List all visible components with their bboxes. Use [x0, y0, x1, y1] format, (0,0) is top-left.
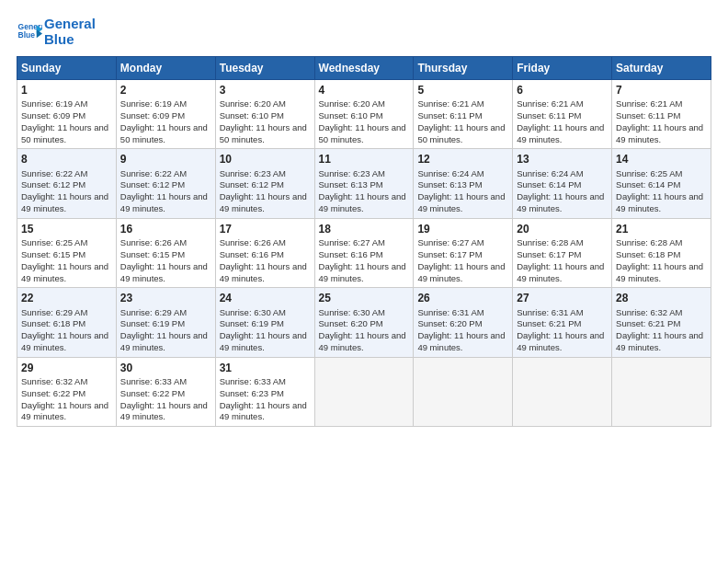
calendar-cell: 31Sunrise: 6:33 AMSunset: 6:23 PMDayligh…: [215, 357, 314, 426]
logo-text: GeneralBlue: [44, 17, 96, 47]
logo: General Blue GeneralBlue: [17, 17, 96, 47]
sunrise-text: Sunrise: 6:25 AM: [21, 237, 87, 247]
sunset-text: Sunset: 6:10 PM: [319, 110, 383, 121]
day-number: 7: [616, 83, 707, 98]
daylight-text: Daylight: 11 hours and 49 minutes.: [517, 261, 604, 283]
day-number: 12: [417, 152, 508, 167]
calendar-cell: 24Sunrise: 6:30 AMSunset: 6:19 PMDayligh…: [215, 288, 314, 357]
sunset-text: Sunset: 6:12 PM: [21, 179, 85, 190]
calendar-header-row: SundayMondayTuesdayWednesdayThursdayFrid…: [17, 57, 711, 80]
daylight-text: Daylight: 11 hours and 49 minutes.: [616, 261, 703, 283]
calendar-cell: 17Sunrise: 6:26 AMSunset: 6:16 PMDayligh…: [215, 218, 314, 287]
daylight-text: Daylight: 11 hours and 49 minutes.: [319, 191, 406, 213]
calendar-cell: 13Sunrise: 6:24 AMSunset: 6:14 PMDayligh…: [513, 149, 612, 218]
calendar-cell: [612, 357, 711, 426]
daylight-text: Daylight: 11 hours and 50 minutes.: [21, 122, 108, 144]
day-number: 1: [21, 83, 112, 98]
calendar-cell: 4Sunrise: 6:20 AMSunset: 6:10 PMDaylight…: [314, 80, 414, 149]
sunrise-text: Sunrise: 6:22 AM: [120, 168, 187, 178]
calendar-cell: 16Sunrise: 6:26 AMSunset: 6:15 PMDayligh…: [116, 218, 215, 287]
sunset-text: Sunset: 6:11 PM: [417, 110, 482, 121]
calendar-cell: 1Sunrise: 6:19 AMSunset: 6:09 PMDaylight…: [17, 80, 117, 149]
col-header-monday: Monday: [116, 57, 215, 80]
calendar-cell: 20Sunrise: 6:28 AMSunset: 6:17 PMDayligh…: [513, 218, 612, 287]
calendar-cell: 25Sunrise: 6:30 AMSunset: 6:20 PMDayligh…: [314, 288, 414, 357]
sunset-text: Sunset: 6:22 PM: [120, 388, 185, 398]
sunrise-text: Sunrise: 6:26 AM: [120, 237, 187, 247]
daylight-text: Daylight: 11 hours and 49 minutes.: [220, 191, 307, 213]
day-number: 26: [417, 291, 508, 305]
sunset-text: Sunset: 6:11 PM: [517, 110, 581, 121]
sunrise-text: Sunrise: 6:30 AM: [319, 307, 385, 317]
day-number: 16: [120, 222, 211, 236]
col-header-wednesday: Wednesday: [314, 57, 414, 80]
sunset-text: Sunset: 6:17 PM: [417, 249, 482, 259]
calendar-cell: 5Sunrise: 6:21 AMSunset: 6:11 PMDaylight…: [414, 80, 513, 149]
sunrise-text: Sunrise: 6:32 AM: [21, 376, 87, 386]
daylight-text: Daylight: 11 hours and 49 minutes.: [319, 330, 406, 352]
daylight-text: Daylight: 11 hours and 50 minutes.: [319, 122, 406, 144]
sunrise-text: Sunrise: 6:27 AM: [319, 237, 385, 247]
daylight-text: Daylight: 11 hours and 49 minutes.: [319, 261, 406, 283]
sunrise-text: Sunrise: 6:21 AM: [417, 98, 483, 109]
sunset-text: Sunset: 6:12 PM: [220, 179, 284, 190]
sunrise-text: Sunrise: 6:33 AM: [220, 376, 286, 386]
day-number: 23: [120, 291, 211, 305]
day-number: 24: [220, 291, 311, 305]
sunset-text: Sunset: 6:09 PM: [120, 110, 185, 121]
sunrise-text: Sunrise: 6:29 AM: [120, 307, 187, 317]
day-number: 2: [120, 83, 211, 98]
daylight-text: Daylight: 11 hours and 49 minutes.: [120, 400, 208, 422]
calendar-table: SundayMondayTuesdayWednesdayThursdayFrid…: [17, 56, 711, 427]
sunrise-text: Sunrise: 6:31 AM: [417, 307, 483, 317]
sunset-text: Sunset: 6:09 PM: [21, 110, 85, 121]
sunset-text: Sunset: 6:18 PM: [616, 249, 680, 259]
sunrise-text: Sunrise: 6:23 AM: [220, 168, 286, 178]
calendar-cell: 11Sunrise: 6:23 AMSunset: 6:13 PMDayligh…: [314, 149, 414, 218]
sunrise-text: Sunrise: 6:30 AM: [220, 307, 286, 317]
daylight-text: Daylight: 11 hours and 49 minutes.: [417, 191, 505, 213]
calendar-cell: 2Sunrise: 6:19 AMSunset: 6:09 PMDaylight…: [116, 80, 215, 149]
daylight-text: Daylight: 11 hours and 49 minutes.: [517, 330, 604, 352]
calendar-cell: 15Sunrise: 6:25 AMSunset: 6:15 PMDayligh…: [17, 218, 117, 287]
calendar-week-5: 29Sunrise: 6:32 AMSunset: 6:22 PMDayligh…: [17, 357, 711, 426]
sunrise-text: Sunrise: 6:24 AM: [517, 168, 583, 178]
sunset-text: Sunset: 6:23 PM: [220, 388, 284, 398]
sunset-text: Sunset: 6:17 PM: [517, 249, 581, 259]
calendar-cell: 6Sunrise: 6:21 AMSunset: 6:11 PMDaylight…: [513, 80, 612, 149]
sunset-text: Sunset: 6:19 PM: [120, 318, 185, 328]
day-number: 9: [120, 152, 211, 167]
sunrise-text: Sunrise: 6:25 AM: [616, 168, 682, 178]
sunrise-text: Sunrise: 6:22 AM: [21, 168, 87, 178]
sunset-text: Sunset: 6:21 PM: [517, 318, 581, 328]
sunrise-text: Sunrise: 6:28 AM: [616, 237, 682, 247]
sunrise-text: Sunrise: 6:29 AM: [21, 307, 87, 317]
sunrise-text: Sunrise: 6:19 AM: [120, 98, 187, 109]
calendar-cell: 9Sunrise: 6:22 AMSunset: 6:12 PMDaylight…: [116, 149, 215, 218]
calendar-cell: 21Sunrise: 6:28 AMSunset: 6:18 PMDayligh…: [612, 218, 711, 287]
daylight-text: Daylight: 11 hours and 49 minutes.: [21, 400, 108, 422]
logo-icon: General Blue: [17, 19, 42, 45]
sunrise-text: Sunrise: 6:32 AM: [616, 307, 682, 317]
sunset-text: Sunset: 6:20 PM: [417, 318, 482, 328]
day-number: 17: [220, 222, 311, 236]
calendar-cell: [513, 357, 612, 426]
day-number: 13: [517, 152, 608, 167]
sunrise-text: Sunrise: 6:21 AM: [616, 98, 682, 109]
day-number: 30: [120, 361, 211, 375]
day-number: 19: [417, 222, 508, 236]
daylight-text: Daylight: 11 hours and 49 minutes.: [120, 261, 208, 283]
calendar-cell: 30Sunrise: 6:33 AMSunset: 6:22 PMDayligh…: [116, 357, 215, 426]
calendar-cell: 28Sunrise: 6:32 AMSunset: 6:21 PMDayligh…: [612, 288, 711, 357]
header: General Blue GeneralBlue: [17, 17, 711, 47]
sunset-text: Sunset: 6:14 PM: [616, 179, 680, 190]
calendar-cell: [314, 357, 414, 426]
day-number: 31: [220, 361, 311, 375]
daylight-text: Daylight: 11 hours and 49 minutes.: [517, 122, 604, 144]
sunset-text: Sunset: 6:18 PM: [21, 318, 85, 328]
daylight-text: Daylight: 11 hours and 49 minutes.: [417, 330, 505, 352]
calendar-cell: 14Sunrise: 6:25 AMSunset: 6:14 PMDayligh…: [612, 149, 711, 218]
sunset-text: Sunset: 6:22 PM: [21, 388, 85, 398]
daylight-text: Daylight: 11 hours and 49 minutes.: [417, 261, 505, 283]
daylight-text: Daylight: 11 hours and 50 minutes.: [220, 122, 307, 144]
